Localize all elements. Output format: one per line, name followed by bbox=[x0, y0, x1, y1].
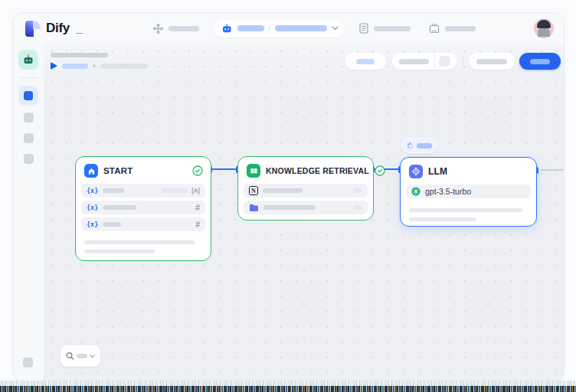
type-number-icon: # bbox=[195, 203, 200, 212]
skeleton-bar bbox=[445, 26, 476, 31]
node-title: START bbox=[103, 166, 133, 175]
openai-icon bbox=[411, 187, 421, 196]
skeleton-bar bbox=[353, 188, 362, 193]
skeleton-bar bbox=[409, 208, 522, 212]
variable-icon: {x} bbox=[87, 187, 98, 194]
skeleton-bar bbox=[530, 59, 550, 64]
split-menu-button[interactable] bbox=[439, 56, 450, 67]
skeleton-bar bbox=[84, 250, 155, 253]
dify-logo[interactable]: Dify_ bbox=[25, 21, 83, 37]
sidebar-app-icon[interactable] bbox=[18, 50, 38, 70]
sidebar-item-2[interactable] bbox=[24, 113, 34, 122]
chevron-down-icon bbox=[90, 354, 95, 358]
model-name: gpt-3.5-turbo bbox=[425, 187, 471, 196]
secondary-button[interactable] bbox=[469, 53, 515, 70]
sidebar bbox=[13, 44, 44, 381]
edge-llm-out bbox=[540, 169, 565, 171]
node-start-footer bbox=[76, 231, 211, 253]
zoom-level-skeleton bbox=[77, 354, 87, 358]
variable-row: {x} |A| bbox=[81, 184, 205, 198]
app-switcher[interactable]: / bbox=[214, 20, 345, 38]
notion-icon: N bbox=[249, 186, 258, 195]
skeleton-bar bbox=[409, 217, 476, 221]
workflow-title-skeleton bbox=[51, 53, 108, 57]
sidebar-item-3[interactable] bbox=[24, 133, 34, 143]
skeleton-bar bbox=[62, 64, 88, 69]
brand-cursor: _ bbox=[76, 21, 83, 36]
workflow-icon bbox=[153, 24, 163, 34]
avatar-hat bbox=[537, 20, 551, 28]
home-icon bbox=[84, 164, 98, 178]
monitor-icon bbox=[429, 23, 440, 34]
top-header: Dify_ / bbox=[13, 13, 564, 44]
screenshot-noise-band bbox=[0, 381, 576, 386]
run-status-row bbox=[51, 62, 148, 70]
zoom-icon bbox=[66, 351, 74, 361]
features-button[interactable] bbox=[345, 53, 386, 70]
node-llm[interactable]: LLM gpt-3.5-turbo bbox=[400, 157, 537, 227]
skeleton-bar bbox=[162, 188, 188, 193]
folder-icon bbox=[249, 204, 259, 212]
type-number-icon: # bbox=[195, 220, 200, 229]
robot-icon bbox=[221, 23, 232, 34]
skeleton-bar bbox=[263, 188, 303, 193]
sidebar-item-settings[interactable] bbox=[23, 358, 33, 368]
node-kr-sources: N bbox=[238, 182, 373, 214]
loading-indicator bbox=[401, 138, 437, 153]
dataset-row: N bbox=[244, 184, 368, 198]
node-llm-model: gpt-3.5-turbo bbox=[401, 183, 536, 198]
skeleton-bar bbox=[103, 205, 136, 210]
book-icon bbox=[247, 164, 260, 178]
sidebar-divider bbox=[20, 77, 37, 78]
skeleton-bar bbox=[263, 205, 316, 210]
variable-icon: {x} bbox=[87, 220, 98, 228]
skeleton-bar bbox=[103, 188, 124, 193]
monitor-menu[interactable] bbox=[429, 23, 476, 34]
variable-row: {x} # bbox=[81, 201, 205, 214]
node-llm-footer bbox=[401, 198, 536, 221]
toolbar-divider bbox=[463, 55, 463, 67]
sidebar-item-workflow-active[interactable] bbox=[18, 86, 38, 106]
skeleton-bar bbox=[237, 25, 264, 31]
dot-separator bbox=[93, 64, 96, 67]
dify-logo-icon bbox=[25, 21, 41, 37]
node-title: KNOWLEDGE RETRIEVAL bbox=[266, 166, 369, 175]
publish-button[interactable] bbox=[519, 53, 561, 70]
skeleton-bar bbox=[476, 59, 507, 64]
user-avatar[interactable] bbox=[534, 18, 554, 38]
app-window: Dify_ / bbox=[12, 12, 565, 381]
docs-icon bbox=[359, 23, 368, 34]
skeleton-bar bbox=[275, 25, 326, 31]
type-string-icon: |A| bbox=[191, 187, 200, 194]
edge-start-to-kr bbox=[211, 168, 237, 170]
brain-chip-icon bbox=[409, 165, 423, 178]
check-circle-icon bbox=[375, 165, 385, 176]
skeleton-bar bbox=[103, 222, 121, 227]
node-start[interactable]: START {x} |A| {x} # bbox=[75, 156, 211, 261]
zoom-control[interactable] bbox=[61, 345, 100, 367]
check-circle-icon bbox=[192, 165, 203, 176]
sidebar-item-4[interactable] bbox=[24, 154, 34, 164]
node-start-variables: {x} |A| {x} # {x} # bbox=[76, 182, 211, 231]
node-title: LLM bbox=[428, 166, 447, 177]
node-knowledge-retrieval[interactable]: KNOWLEDGE RETRIEVAL N bbox=[237, 156, 374, 220]
avatar-body bbox=[538, 28, 550, 37]
skeleton-bar bbox=[399, 59, 429, 64]
chevron-down-icon bbox=[332, 26, 339, 31]
skeleton-bar bbox=[169, 26, 199, 31]
node-llm-header: LLM bbox=[401, 158, 536, 183]
workflow-canvas[interactable]: START {x} |A| {x} # bbox=[44, 44, 564, 381]
dataset-row bbox=[244, 201, 368, 214]
screenshot-noise-band bbox=[0, 386, 576, 392]
workflow-menu[interactable] bbox=[153, 24, 199, 34]
split-divider bbox=[434, 55, 435, 67]
docs-menu[interactable] bbox=[359, 23, 411, 34]
node-kr-header: KNOWLEDGE RETRIEVAL bbox=[238, 157, 373, 182]
workflow-block-icon bbox=[24, 91, 33, 100]
pill-separator: / bbox=[269, 24, 271, 33]
split-button[interactable] bbox=[392, 53, 457, 70]
skeleton-bar bbox=[84, 240, 195, 244]
spinner-icon bbox=[407, 142, 414, 150]
variable-icon: {x} bbox=[87, 204, 98, 211]
play-icon[interactable] bbox=[51, 62, 57, 70]
